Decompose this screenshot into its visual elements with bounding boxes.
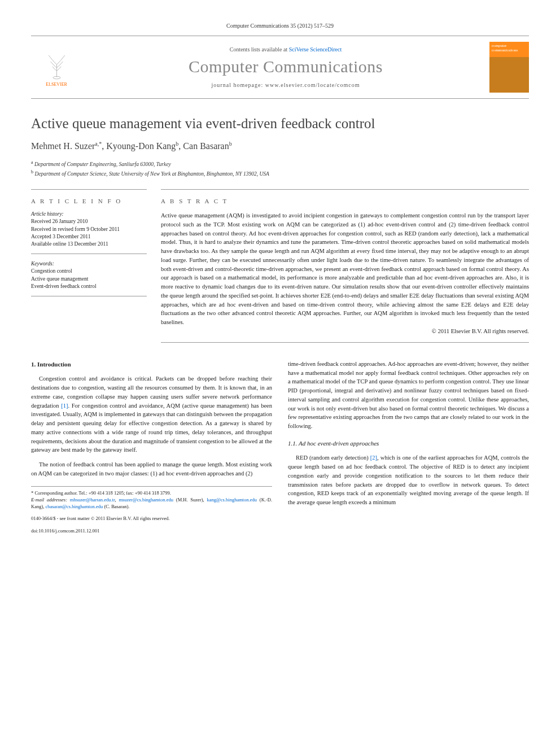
journal-masthead: ELSEVIER Contents lists available at Sci… xyxy=(31,36,529,99)
elsevier-logo: ELSEVIER xyxy=(31,42,82,93)
email-link-1[interactable]: mhsuzer@harran.edu.tr xyxy=(70,497,115,503)
homepage-label: journal homepage: xyxy=(212,82,265,88)
left-column: 1. Introduction Congestion control and a… xyxy=(31,360,272,535)
intro-para-2: The notion of feedback control has been … xyxy=(31,460,272,478)
article-info-heading: A R T I C L E I N F O xyxy=(31,198,147,204)
section-1-heading: 1. Introduction xyxy=(31,360,272,369)
affiliation-b: Department of Computer Science, State Un… xyxy=(34,171,269,177)
sciencedirect-link[interactable]: SciVerse ScienceDirect xyxy=(289,46,342,53)
journal-homepage: journal homepage: www.elsevier.com/locat… xyxy=(82,82,489,88)
masthead-center: Contents lists available at SciVerse Sci… xyxy=(82,46,489,88)
journal-cover-thumbnail: computer communications xyxy=(489,42,529,93)
history-label: Article history: xyxy=(31,211,147,217)
abstract-column: A B S T R A C T Active queue management … xyxy=(161,189,529,343)
issn-line: 0140-3664/$ - see front matter © 2011 El… xyxy=(31,516,272,522)
intro-para-3: time-driven feedback control approaches.… xyxy=(288,360,529,431)
affiliations: a Department of Computer Engineering, Sa… xyxy=(31,159,529,178)
author-1-affil: a,* xyxy=(95,141,102,147)
cover-label: computer communications xyxy=(492,44,527,53)
email-owner-3: (C. Basaran). xyxy=(104,504,129,509)
publisher-name: ELSEVIER xyxy=(46,82,67,87)
right-column: time-driven feedback control approaches.… xyxy=(288,360,529,535)
keywords-label: Keywords: xyxy=(31,261,147,267)
homepage-url[interactable]: www.elsevier.com/locate/comcom xyxy=(265,82,360,88)
email-label: E-mail addresses: xyxy=(31,497,67,503)
email-link-4[interactable]: cbasaran@cs.binghamton.edu xyxy=(46,504,103,509)
author-3-affil: b xyxy=(229,141,232,147)
info-abstract-row: A R T I C L E I N F O Article history: R… xyxy=(31,189,529,343)
abstract-copyright: © 2011 Elsevier B.V. All rights reserved… xyxy=(161,328,529,334)
contents-available-line: Contents lists available at SciVerse Sci… xyxy=(82,46,489,53)
author-3: Can Basaran xyxy=(183,141,229,151)
subsection-para-1: RED (random early detection) [2], which … xyxy=(288,453,529,507)
subsection-1-1-heading: 1.1. Ad hoc event-driven approaches xyxy=(288,439,529,448)
ref-link[interactable]: [2] xyxy=(370,455,377,461)
doi-line: doi:10.1016/j.comcom.2011.12.001 xyxy=(31,528,272,535)
author-2-affil: b xyxy=(176,141,178,147)
corresponding-footnote: * Corresponding author. Tel.: +90 414 31… xyxy=(31,486,272,510)
ref-link[interactable]: [1] xyxy=(61,403,68,409)
citation-header: Computer Communications 35 (2012) 517–52… xyxy=(31,23,529,29)
abstract-text: Active queue management (AQM) is investi… xyxy=(161,211,529,327)
article-history: Received 26 January 2010 Received in rev… xyxy=(31,218,147,254)
body-two-column: 1. Introduction Congestion control and a… xyxy=(31,360,529,535)
intro-para-1: Congestion control and avoidance is crit… xyxy=(31,374,272,455)
journal-name: Computer Communications xyxy=(82,57,489,76)
article-info-sidebar: A R T I C L E I N F O Article history: R… xyxy=(31,189,147,343)
keywords-list: Congestion control Active queue manageme… xyxy=(31,268,147,296)
affiliation-a: Department of Computer Engineering, Sanl… xyxy=(34,161,171,167)
article-title: Active queue management via event-driven… xyxy=(31,116,529,132)
author-list: Mehmet H. Suzera,*, Kyoung-Don Kangb, Ca… xyxy=(31,141,529,151)
elsevier-tree-icon xyxy=(40,48,73,82)
abstract-heading: A B S T R A C T xyxy=(161,198,529,204)
contents-prefix: Contents lists available at xyxy=(230,46,289,53)
email-link-3[interactable]: kang@cs.binghamton.edu xyxy=(207,497,257,503)
corresponding-author-line: * Corresponding author. Tel.: +90 414 31… xyxy=(31,490,272,497)
email-owner-1: (M.H. Suzer), xyxy=(176,497,204,503)
author-1: Mehmet H. Suzer xyxy=(31,141,95,151)
email-link-2[interactable]: msuzer@cs.binghamton.edu xyxy=(119,497,173,503)
author-2: Kyoung-Don Kang xyxy=(106,141,176,151)
